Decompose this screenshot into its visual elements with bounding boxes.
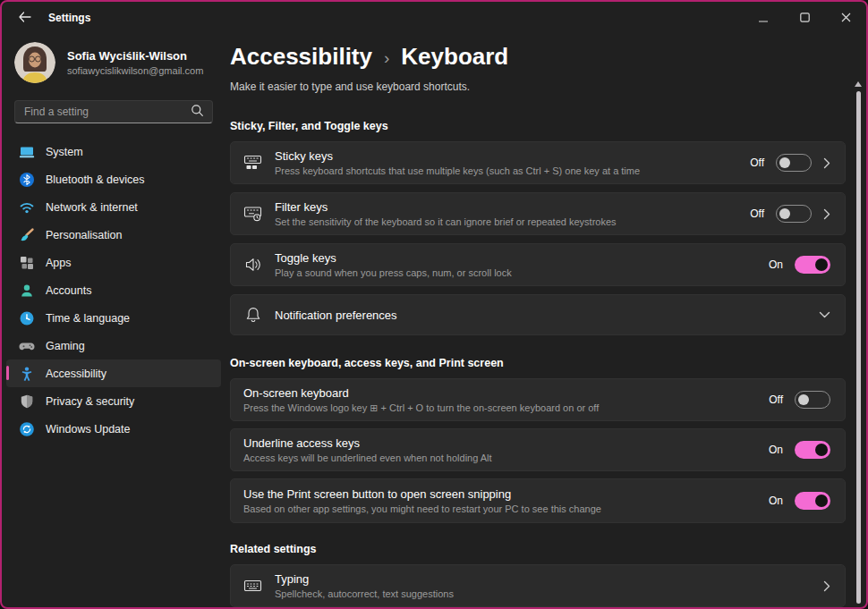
section-title-onscreen-access-print: On-screen keyboard, access keys, and Pri… [230, 357, 846, 369]
sidebar-item-gaming[interactable]: Gaming [6, 332, 221, 359]
profile[interactable]: Sofia Wyciślik-Wilson sofiawycislikwilso… [14, 42, 226, 83]
sidebar-item-label: Time & language [46, 312, 130, 325]
underline-access-keys-title: Underline access keys [243, 436, 492, 450]
print-screen-snipping-toggle-label: On [769, 495, 783, 507]
bell-icon [243, 306, 262, 324]
sticky-keys-row[interactable]: Sticky keys Press keyboard shortcuts tha… [230, 141, 846, 184]
apps-icon [19, 255, 35, 271]
search-input[interactable] [24, 106, 191, 118]
scrollbar-thumb[interactable] [856, 91, 861, 604]
sidebar-item-label: Privacy & security [46, 395, 134, 408]
wifi-icon [19, 199, 35, 216]
sticky-keys-description: Press keyboard shortcuts that use multip… [275, 165, 640, 176]
sidebar-item-label: Windows Update [46, 423, 131, 436]
sidebar-item-system[interactable]: System [6, 138, 221, 165]
notification-preferences-title: Notification preferences [275, 309, 397, 322]
sidebar-item-label: Apps [46, 257, 72, 269]
sidebar-item-accessibility[interactable]: Accessibility [6, 359, 221, 387]
page-title: Keyboard [401, 43, 508, 71]
filter-keys-row[interactable]: Filter keys Set the sensitivity of the k… [230, 192, 846, 235]
section-title-sticky-filter-toggle: Sticky, Filter, and Toggle keys [230, 120, 846, 132]
typing-title: Typing [275, 572, 454, 586]
page-subtitle: Make it easier to type and use keyboard … [230, 80, 846, 93]
sidebar-item-time-language[interactable]: Time & language [6, 304, 221, 332]
sidebar-item-personalisation[interactable]: Personalisation [6, 221, 221, 249]
sidebar-item-label: Bluetooth & devices [46, 173, 145, 186]
search-icon [191, 104, 204, 121]
print-screen-snipping-title: Use the Print screen button to open scre… [243, 487, 601, 501]
bluetooth-icon [19, 172, 35, 188]
avatar [14, 42, 55, 83]
profile-email: sofiawycislikwilson@gmail.com [67, 65, 203, 76]
onscreen-keyboard-row[interactable]: On-screen keyboard Press the Windows log… [230, 378, 846, 421]
sidebar-item-label: Accounts [46, 284, 91, 297]
underline-access-keys-row[interactable]: Underline access keys Access keys will b… [230, 428, 846, 471]
notification-preferences-row[interactable]: Notification preferences [230, 294, 846, 335]
close-button[interactable] [825, 2, 866, 34]
sticky-keys-toggle[interactable] [776, 154, 812, 172]
person-icon [19, 283, 35, 299]
clock-icon [19, 310, 35, 326]
filter-keys-description: Set the sensitivity of the keyboard so i… [275, 216, 617, 227]
chevron-right-icon[interactable] [823, 157, 830, 169]
breadcrumb: Accessibility › Keyboard [230, 43, 846, 71]
typing-row[interactable]: Typing Spellcheck, autocorrect, text sug… [230, 564, 846, 607]
titlebar: Settings [2, 2, 866, 34]
print-screen-snipping-description: Based on other app settings, you might n… [243, 503, 601, 514]
onscreen-keyboard-toggle-label: Off [769, 393, 783, 406]
sidebar-item-privacy-security[interactable]: Privacy & security [6, 387, 221, 415]
paintbrush-icon [19, 227, 35, 243]
back-button[interactable] [11, 6, 38, 30]
sidebar-item-label: Personalisation [46, 229, 122, 241]
onscreen-keyboard-description: Press the Windows logo key ⊞ + Ctrl + O … [243, 402, 599, 414]
filter-keys-icon [243, 205, 262, 223]
chevron-down-icon[interactable] [819, 311, 830, 318]
breadcrumb-separator-icon: › [384, 48, 389, 68]
shield-icon [19, 393, 35, 410]
underline-access-keys-description: Access keys will be underlined even when… [243, 453, 492, 463]
print-screen-snipping-toggle[interactable] [795, 492, 830, 510]
toggle-keys-row[interactable]: Toggle keys Play a sound when you press … [230, 243, 846, 286]
underline-access-keys-toggle[interactable] [795, 441, 830, 459]
window-controls [743, 2, 866, 34]
sidebar-item-network-internet[interactable]: Network & internet [6, 193, 221, 221]
search-box[interactable] [14, 100, 213, 123]
selected-indicator [6, 366, 9, 380]
onscreen-keyboard-title: On-screen keyboard [243, 386, 599, 400]
toggle-keys-toggle[interactable] [795, 256, 830, 274]
sidebar-item-apps[interactable]: Apps [6, 249, 221, 276]
filter-keys-toggle[interactable] [776, 205, 812, 223]
section-title-related-settings: Related settings [230, 543, 846, 555]
update-icon [19, 421, 35, 437]
sidebar-item-accounts[interactable]: Accounts [6, 276, 221, 304]
sidebar-nav: System Bluetooth & devices Network & int… [2, 138, 226, 443]
close-icon [841, 10, 851, 26]
scrollbar-up-arrow-icon[interactable] [855, 81, 862, 87]
maximize-button[interactable] [784, 2, 825, 34]
breadcrumb-parent[interactable]: Accessibility [230, 43, 372, 71]
sidebar-item-bluetooth-devices[interactable]: Bluetooth & devices [6, 165, 221, 193]
system-icon [19, 144, 35, 160]
print-screen-snipping-row[interactable]: Use the Print screen button to open scre… [230, 478, 846, 523]
keyboard-icon [243, 577, 262, 595]
sidebar-item-label: Accessibility [46, 368, 106, 380]
chevron-right-icon[interactable] [823, 208, 830, 220]
minimize-button[interactable] [743, 2, 784, 34]
underline-access-keys-toggle-label: On [769, 444, 783, 456]
filter-keys-title: Filter keys [275, 200, 617, 214]
sidebar-item-label: System [46, 146, 83, 158]
sticky-keys-title: Sticky keys [275, 149, 640, 163]
filter-keys-toggle-label: Off [750, 207, 764, 220]
back-arrow-icon [18, 10, 31, 26]
sidebar-item-windows-update[interactable]: Windows Update [6, 415, 221, 443]
maximize-icon [800, 10, 810, 26]
accessibility-icon [19, 366, 35, 382]
profile-name: Sofia Wyciślik-Wilson [67, 49, 203, 63]
speaker-icon [243, 256, 262, 274]
sidebar-item-label: Gaming [46, 340, 85, 352]
sidebar: Sofia Wyciślik-Wilson sofiawycislikwilso… [2, 34, 226, 607]
typing-description: Spellcheck, autocorrect, text suggestion… [275, 588, 454, 599]
gamepad-icon [19, 338, 35, 354]
onscreen-keyboard-toggle[interactable] [795, 391, 830, 409]
chevron-right-icon[interactable] [823, 580, 830, 592]
